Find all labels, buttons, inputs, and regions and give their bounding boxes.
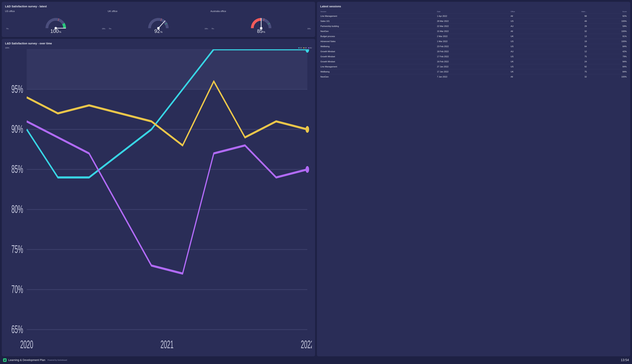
cell-date: 2 Mar 2022 (437, 34, 510, 39)
cell-date: 18 Feb 2022 (437, 49, 510, 54)
cell-office: All (510, 14, 547, 19)
cell-office: AU (510, 24, 547, 29)
table-row: Wellbeing23 Feb 2022US8484% (320, 44, 627, 49)
table-row: Growth Mindset16 Feb 2022UK2494% (320, 59, 627, 64)
cell-date: 27 Jan 2022 (437, 64, 510, 69)
gauge-australia-office: Australia office70%100%85% (210, 10, 312, 34)
gauge-label: US office (5, 10, 106, 13)
cell-date: 15 Mar 2022 (437, 29, 510, 34)
cell-session: Growth Mindset (320, 49, 437, 54)
gauge-us-office: US office70%100%100% (5, 10, 106, 34)
cell-score: 100% (587, 19, 627, 24)
cell-score: 84% (587, 44, 627, 49)
svg-rect-6 (27, 49, 307, 89)
cell-session: Budget process (320, 34, 437, 39)
gauge-dial: 70%100% (5, 14, 106, 30)
chart-legend: USUKAU (298, 47, 312, 49)
svg-text:2021: 2021 (160, 338, 174, 350)
card-title: L&D Satisfaction survey - latest (5, 5, 312, 8)
cell-date: 28 Mar 2022 (437, 19, 510, 24)
svg-text:70%: 70% (12, 283, 23, 295)
cell-office: US (510, 19, 547, 24)
cell-office: US (510, 39, 547, 44)
cell-session: Line Management (320, 14, 437, 19)
gauge-dial: 70%100% (210, 14, 312, 30)
svg-text:2022: 2022 (301, 338, 312, 350)
cell-session: Wellbeing (320, 44, 437, 49)
cell-atten: 84 (547, 44, 587, 49)
cell-score: 79% (587, 54, 627, 59)
gauge-scale: 70%100% (212, 28, 311, 30)
gauge-label: Australia office (210, 10, 312, 13)
svg-text:85%: 85% (12, 163, 23, 175)
dashboard: L&D Satisfaction survey - latest US offi… (0, 0, 632, 356)
table-row: Wellbeing17 Jan 2022UK7584% (320, 69, 627, 74)
cell-score: 100% (587, 29, 627, 34)
cell-date: 1 Mar 2022 (437, 39, 510, 44)
svg-line-2 (158, 21, 165, 28)
cell-session: Line Management (320, 64, 437, 69)
cell-atten: 49 (547, 19, 587, 24)
table-row: Budget process2 Mar 2022UK1391% (320, 34, 627, 39)
cell-date: 17 Jan 2022 (437, 69, 510, 74)
powered-by: Powered by Geckoboard (48, 359, 67, 361)
cell-score: 100% (587, 74, 627, 79)
cell-score: 100% (587, 39, 627, 44)
cell-session: Growth Mindset (320, 54, 437, 59)
cell-atten: 19 (547, 39, 587, 44)
cell-session: NextGen (320, 74, 437, 79)
cell-session: Advanced Sales (320, 39, 437, 44)
table-row: Growth Mindset18 Feb 2022AU1242% (320, 49, 627, 54)
card-satisfaction-latest: L&D Satisfaction survey - latest US offi… (2, 2, 315, 37)
legend-item-us: US (298, 47, 302, 49)
gauge-scale: 70%100% (109, 28, 208, 30)
cell-atten: 29 (547, 24, 587, 29)
cell-atten: 24 (547, 59, 587, 64)
col-date: Date (437, 10, 510, 14)
svg-text:65%: 65% (12, 323, 23, 335)
col-atten: Atten… (547, 10, 587, 14)
cell-atten: 75 (547, 54, 587, 59)
chart-header-row: 100% USUKAU (5, 47, 312, 49)
cell-session: Sales 101 (320, 19, 437, 24)
table-header-row: Session Date Office Atten… Score (320, 10, 627, 14)
svg-text:2020: 2020 (20, 338, 33, 350)
cell-session: NextGen (320, 29, 437, 34)
cell-date: 16 Feb 2022 (437, 59, 510, 64)
cell-office: US (510, 44, 547, 49)
cell-score: 84% (587, 64, 627, 69)
cell-date: 1 Apr 2022 (437, 14, 510, 19)
cell-date: 22 Mar 2022 (437, 24, 510, 29)
series-au (27, 121, 307, 274)
cell-score: 92% (587, 14, 627, 19)
table-row: Line Management27 Jan 2022US9284% (320, 64, 627, 69)
col-office: Office (510, 10, 547, 14)
table-row: NextGen15 Mar 2022All32100% (320, 29, 627, 34)
gauge-uk-office: UK office70%100%92% (108, 10, 209, 34)
cell-office: US (510, 64, 547, 69)
legend-item-au: AU (308, 47, 312, 49)
cell-atten: 13 (547, 34, 587, 39)
table-row: Growth Mindset17 Feb 2022US7579% (320, 54, 627, 59)
cell-atten: 32 (547, 29, 587, 34)
cell-atten: 12 (547, 49, 587, 54)
cell-atten: 32 (547, 74, 587, 79)
svg-text:95%: 95% (12, 83, 23, 95)
cell-atten: 75 (547, 69, 587, 74)
sessions-table: Session Date Office Atten… Score Line Ma… (320, 10, 627, 79)
clock: 13:54 (621, 358, 629, 362)
cell-office: AU (510, 49, 547, 54)
table-row: Partnership building22 Mar 2022AU2959% (320, 24, 627, 29)
cell-office: All (510, 74, 547, 79)
table-row: NextGen7 Jan 2022All32100% (320, 74, 627, 79)
svg-text:80%: 80% (12, 203, 23, 215)
legend-item-uk: UK (303, 47, 307, 49)
table-row: Line Management1 Apr 2022All9892% (320, 14, 627, 19)
cell-office: UK (510, 34, 547, 39)
svg-point-27 (306, 166, 309, 173)
cell-date: 23 Feb 2022 (437, 44, 510, 49)
series-uk (27, 81, 307, 145)
cell-atten: 98 (547, 14, 587, 19)
col-session: Session (320, 10, 437, 14)
gauges-row: US office70%100%100%UK office70%100%92%A… (5, 10, 312, 34)
